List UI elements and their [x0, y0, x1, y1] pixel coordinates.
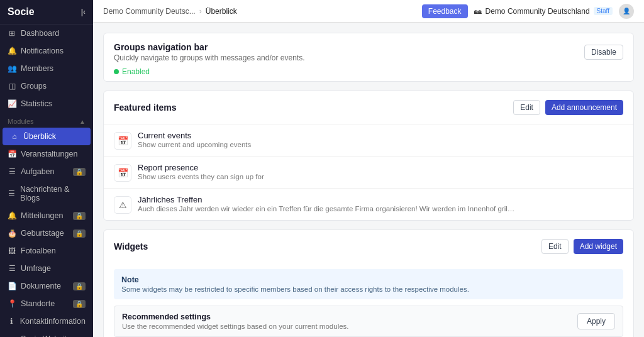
- sidebar-logo: Socie |‹: [0, 0, 93, 25]
- community-badge: 🏘 Demo Community Deutschland Staff: [474, 7, 613, 16]
- featured-item-0: 📅 Current events Show current and upcomi…: [104, 124, 633, 156]
- featured-item-1: 📅 Report presence Show users events they…: [104, 156, 633, 188]
- featured-header: Featured items Edit Add announcement: [104, 91, 633, 124]
- feature-title: Jährliches Treffen: [138, 195, 623, 204]
- sidebar-label: Kontaktinformation: [20, 317, 86, 326]
- sidebar-label: Umfrage: [21, 264, 51, 273]
- sidebar-item-statistics[interactable]: 📈 Statistics: [0, 95, 93, 113]
- note-text: Some widgets may be restricted to specif…: [121, 285, 616, 293]
- breadcrumb-current: Überblick: [206, 7, 237, 16]
- sidebar-label: Veranstaltungen: [21, 150, 77, 158]
- sidebar-item-mitteilungen[interactable]: 🔔 Mitteilungen 🔒: [0, 207, 93, 224]
- sidebar-label: Statistics: [21, 99, 52, 108]
- calendar-icon: 📅: [8, 150, 16, 158]
- blog-icon: ☰: [8, 189, 16, 198]
- feature-title: Report presence: [138, 163, 623, 172]
- recommended-desc: Use the recommended widget settings base…: [122, 323, 349, 330]
- survey-icon: ☰: [8, 264, 16, 273]
- modules-section-header: Modules ▲: [0, 115, 93, 128]
- birthday-icon: 🎂: [8, 229, 16, 238]
- note-title: Note: [121, 275, 616, 284]
- breadcrumb-community[interactable]: Demo Community Deutsc...: [103, 7, 196, 16]
- sidebar-item-umfrage[interactable]: ☰ Umfrage: [0, 260, 93, 277]
- top-bar: Demo Community Deutsc... › Überblick Fee…: [93, 0, 644, 23]
- sidebar-item-fotoalben[interactable]: 🖼 Fotoalben: [0, 242, 93, 260]
- info-icon: ℹ: [8, 317, 16, 326]
- status-text: Enabled: [122, 67, 150, 76]
- sidebar-item-ueberblick[interactable]: ⌂ Überblick: [3, 128, 91, 145]
- sidebar-item-veranstaltungen[interactable]: 📅 Veranstaltungen: [0, 145, 93, 163]
- app-name: Socie: [8, 6, 35, 18]
- featured-edit-button[interactable]: Edit: [513, 100, 540, 115]
- featured-items-card: Featured items Edit Add announcement 📅 C…: [103, 91, 634, 221]
- featured-actions: Edit Add announcement: [513, 100, 623, 115]
- lock-badge: 🔒: [73, 212, 86, 220]
- sidebar-label: Aufgaben: [21, 167, 55, 176]
- sidebar-item-socie-website[interactable]: ↩ Socie Website: [0, 330, 93, 337]
- document-icon: 📄: [8, 282, 16, 290]
- calendar-icon: 📅: [114, 132, 131, 150]
- community-name: Demo Community Deutschland: [486, 7, 590, 16]
- disable-button[interactable]: Disable: [584, 45, 623, 60]
- lock-badge: 🔒: [73, 282, 86, 290]
- warning-icon: ⚠: [114, 196, 131, 214]
- staff-tag: Staff: [594, 7, 613, 15]
- widgets-card: Widgets Edit Add widget Note Some widget…: [103, 229, 634, 337]
- sidebar-item-groups[interactable]: ◫ Groups: [0, 77, 93, 95]
- sidebar-label: Dashboard: [21, 29, 59, 38]
- feedback-button[interactable]: Feedback: [422, 4, 468, 18]
- add-widget-button[interactable]: Add widget: [574, 239, 623, 254]
- sidebar-label: Socie Website: [21, 334, 71, 337]
- content-area: Groups navigation bar Quickly navigate t…: [93, 23, 644, 337]
- sidebar-label: Fotoalben: [21, 246, 56, 255]
- lock-badge: 🔒: [73, 229, 86, 238]
- widgets-actions: Edit Add widget: [541, 239, 623, 254]
- recommended-title: Recommended settings: [122, 312, 349, 321]
- breadcrumb: Demo Community Deutsc... › Überblick: [103, 7, 237, 16]
- sidebar: Socie |‹ ⊞ Dashboard 🔔 Notifications 👥 M…: [0, 0, 93, 337]
- sidebar-label: Notifications: [21, 47, 64, 55]
- feature-desc: Auch dieses Jahr werden wir wieder ein e…: [138, 205, 515, 213]
- groups-nav-card: Groups navigation bar Quickly navigate t…: [103, 33, 634, 82]
- home-icon: ⌂: [10, 132, 19, 141]
- groups-nav-subtitle: Quickly navigate to groups with messages…: [114, 53, 305, 62]
- collapse-button[interactable]: |‹: [81, 8, 86, 16]
- sidebar-item-notifications[interactable]: 🔔 Notifications: [0, 42, 93, 60]
- feature-desc: Show current and upcoming events: [138, 141, 515, 148]
- lock-badge: 🔒: [73, 168, 86, 176]
- sidebar-item-dokumente[interactable]: 📄 Dokumente 🔒: [0, 277, 93, 295]
- bell-icon: 🔔: [8, 47, 16, 55]
- add-announcement-button[interactable]: Add announcement: [545, 100, 623, 115]
- sidebar-item-standorte[interactable]: 📍 Standorte 🔒: [0, 295, 93, 312]
- sidebar-label: Nachrichten & Blogs: [20, 185, 86, 202]
- notification-icon: 🔔: [8, 211, 16, 220]
- widgets-edit-button[interactable]: Edit: [541, 239, 569, 254]
- feature-desc: Show users events they can sign up for: [138, 173, 515, 180]
- community-icon: 🏘: [474, 7, 482, 16]
- avatar[interactable]: 👤: [619, 4, 634, 19]
- breadcrumb-separator: ›: [199, 7, 202, 16]
- widgets-title: Widgets: [114, 241, 148, 251]
- top-bar-right: Feedback 🏘 Demo Community Deutschland St…: [422, 4, 634, 19]
- sidebar-item-nachrichten[interactable]: ☰ Nachrichten & Blogs: [0, 180, 93, 207]
- sidebar-item-aufgaben[interactable]: ☰ Aufgaben 🔒: [0, 163, 93, 180]
- sidebar-item-members[interactable]: 👥 Members: [0, 60, 93, 77]
- featured-title: Featured items: [114, 102, 177, 113]
- photo-icon: 🖼: [8, 246, 16, 255]
- recommended-settings-box: Recommended settings Use the recommended…: [114, 306, 623, 337]
- calendar-icon: 📅: [114, 164, 131, 182]
- sidebar-item-dashboard[interactable]: ⊞ Dashboard: [0, 25, 93, 42]
- link-icon: ↩: [8, 334, 16, 337]
- sidebar-item-geburtstage[interactable]: 🎂 Geburtstage 🔒: [0, 224, 93, 242]
- widgets-header: Widgets Edit Add widget: [104, 230, 633, 263]
- sidebar-label: Überblick: [23, 132, 56, 141]
- status-dot: [114, 69, 119, 74]
- sidebar-label: Dokumente: [21, 282, 61, 290]
- sidebar-label: Members: [21, 64, 53, 73]
- members-icon: 👥: [8, 64, 16, 73]
- sidebar-item-kontaktinformation[interactable]: ℹ Kontaktinformation: [0, 312, 93, 330]
- apply-button[interactable]: Apply: [577, 313, 615, 329]
- lock-badge: 🔒: [73, 300, 86, 308]
- note-box: Note Some widgets may be restricted to s…: [114, 269, 623, 299]
- chevron-up-icon: ▲: [79, 118, 86, 125]
